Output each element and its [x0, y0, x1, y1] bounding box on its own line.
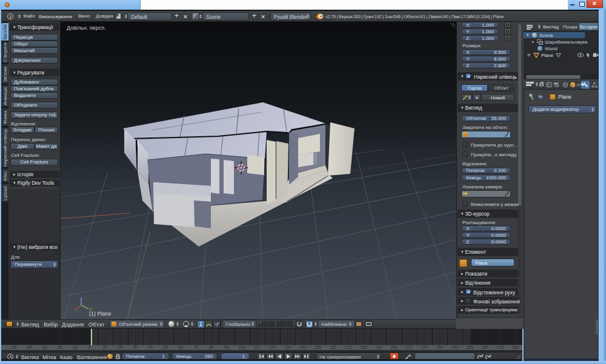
- svg-text:y: y: [90, 307, 92, 312]
- svg-text:Довільн. персп.: Довільн. персп.: [67, 25, 106, 31]
- svg-text:(1) Plane: (1) Plane: [89, 311, 112, 317]
